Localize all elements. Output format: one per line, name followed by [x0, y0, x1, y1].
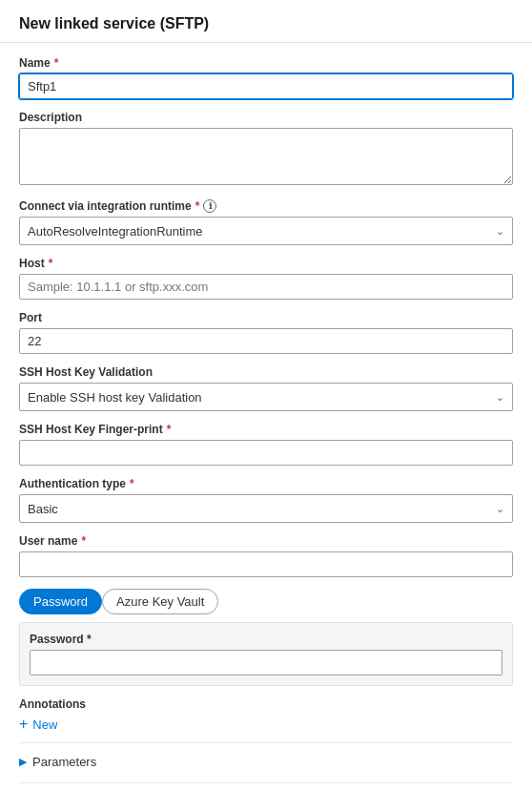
ssh-fingerprint-required: *	[167, 423, 172, 436]
password-field-wrapper: Password *	[19, 622, 513, 686]
ssh-fingerprint-field-group: SSH Host Key Finger-print *	[19, 423, 513, 466]
azure-keyvault-tab[interactable]: Azure Key Vault	[102, 589, 218, 614]
connect-runtime-field-group: Connect via integration runtime * ℹ Auto…	[19, 199, 513, 245]
connect-required: *	[195, 199, 200, 213]
connect-runtime-select[interactable]: AutoResolveIntegrationRuntime ⌄	[19, 217, 513, 245]
annotations-section: Annotations + New	[19, 697, 513, 733]
name-input[interactable]	[19, 73, 513, 99]
annotations-label: Annotations	[19, 697, 513, 711]
username-field-group: User name *	[19, 534, 513, 577]
ssh-fingerprint-label: SSH Host Key Finger-print *	[19, 423, 513, 436]
divider-2	[19, 782, 513, 783]
name-required: *	[54, 56, 59, 70]
host-label: Host *	[19, 257, 513, 270]
port-field-group: Port	[19, 311, 513, 354]
name-label: Name *	[19, 56, 513, 70]
ssh-validation-chevron-icon: ⌄	[496, 391, 504, 404]
ssh-fingerprint-input[interactable]	[19, 440, 513, 466]
panel-body: Name * Description Connect via integrati…	[0, 43, 532, 790]
auth-type-chevron-icon: ⌄	[496, 503, 504, 515]
ssh-validation-select[interactable]: Enable SSH host key Validation ⌄	[19, 383, 513, 411]
ssh-validation-field-group: SSH Host Key Validation Enable SSH host …	[19, 365, 513, 411]
divider-1	[19, 742, 513, 743]
password-required: *	[87, 633, 92, 646]
name-field-group: Name *	[19, 56, 513, 99]
connect-chevron-icon: ⌄	[496, 225, 504, 238]
auth-type-select[interactable]: Basic ⌄	[19, 494, 513, 523]
description-field-group: Description	[19, 111, 513, 188]
username-required: *	[81, 534, 86, 548]
username-label: User name *	[19, 534, 513, 548]
description-label: Description	[19, 111, 513, 124]
ssh-validation-label: SSH Host Key Validation	[19, 365, 513, 379]
host-required: *	[49, 257, 53, 270]
password-tab-group: Password Azure Key Vault	[19, 589, 513, 614]
parameters-section: ▶ Parameters	[19, 749, 513, 775]
plus-icon: +	[19, 716, 28, 733]
port-input[interactable]	[19, 328, 513, 354]
description-textarea[interactable]	[19, 128, 513, 185]
auth-type-field-group: Authentication type * Basic ⌄	[19, 477, 513, 523]
password-input[interactable]	[30, 650, 502, 676]
password-tab[interactable]: Password	[19, 589, 102, 614]
auth-type-label: Authentication type *	[19, 477, 513, 490]
username-input[interactable]	[19, 551, 513, 577]
connect-info-icon[interactable]: ℹ	[203, 199, 216, 213]
panel-container: New linked service (SFTP) Name * Descrip…	[0, 0, 532, 790]
password-inner-label: Password *	[30, 633, 502, 646]
host-input[interactable]	[19, 274, 513, 300]
connect-runtime-label: Connect via integration runtime * ℹ	[19, 199, 513, 213]
auth-type-required: *	[130, 477, 134, 490]
parameters-arrow-icon: ▶	[19, 756, 27, 768]
add-new-button[interactable]: + New	[19, 716, 57, 733]
port-label: Port	[19, 311, 513, 324]
host-field-group: Host *	[19, 257, 513, 300]
panel-header: New linked service (SFTP)	[0, 0, 532, 43]
password-section: Password Azure Key Vault Password *	[19, 589, 513, 686]
panel-title: New linked service (SFTP)	[19, 15, 209, 31]
parameters-label: Parameters	[32, 755, 96, 769]
parameters-collapsible-header[interactable]: ▶ Parameters	[19, 749, 513, 775]
